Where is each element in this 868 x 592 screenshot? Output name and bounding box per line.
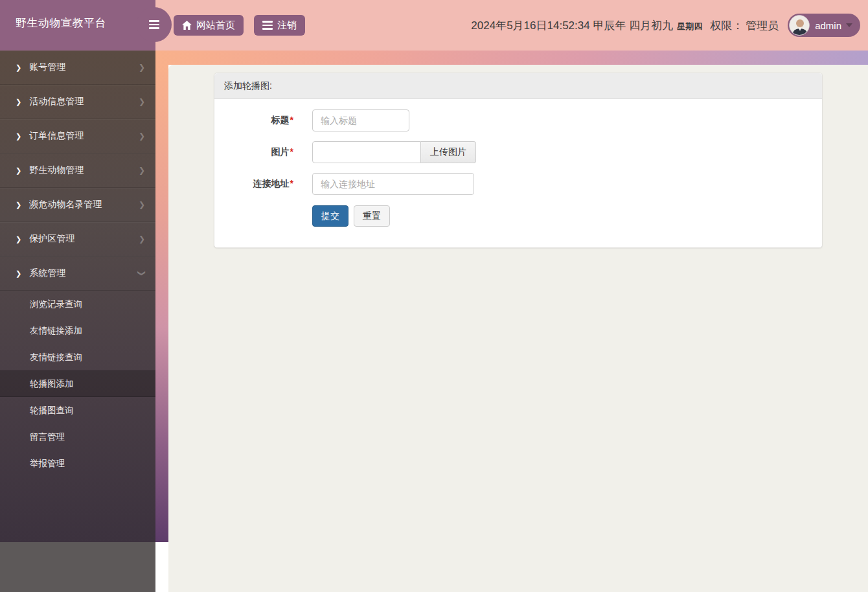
home-button[interactable]: 网站首页	[174, 15, 244, 36]
sidebar-footer-block	[0, 542, 155, 592]
chevron-down-icon: ❯	[137, 270, 146, 277]
chevron-right-icon: ❯	[139, 131, 145, 141]
title-field-row: 标题*	[224, 109, 812, 131]
sidebar-item-wildlife-mgmt[interactable]: ❯ 野生动物管理 ❯	[0, 154, 155, 188]
chevron-right-icon: ❯	[16, 166, 21, 175]
required-asterisk: *	[290, 146, 293, 157]
required-asterisk: *	[290, 115, 293, 125]
user-menu[interactable]: admin	[788, 14, 860, 37]
hamburger-icon	[149, 20, 159, 29]
sidebar-subitem-message-mgmt[interactable]: 留言管理	[0, 424, 155, 450]
required-asterisk: *	[290, 178, 293, 188]
form-actions-row: 提交 重置	[224, 205, 812, 227]
chevron-right-icon: ❯	[139, 63, 145, 72]
sidebar-header: 野生动物宣教平台	[0, 0, 155, 51]
sidebar-subitem-friend-link-query[interactable]: 友情链接查询	[0, 344, 155, 370]
datetime-block: 2024年5月16日14:52:34 甲辰年 四月初九 星期四 权限： 管理员	[471, 18, 779, 33]
chevron-right-icon: ❯	[139, 97, 145, 106]
chevron-right-icon: ❯	[139, 200, 145, 209]
avatar	[789, 15, 810, 36]
sidebar-toggle-button[interactable]	[137, 7, 172, 42]
sidebar-item-system-mgmt[interactable]: ❯ 系统管理 ❯	[0, 256, 155, 291]
upload-image-button[interactable]: 上传图片	[421, 141, 476, 163]
chevron-right-icon: ❯	[16, 132, 21, 141]
weekday-text: 星期四	[677, 21, 702, 32]
chevron-down-icon	[846, 23, 852, 27]
sidebar-item-order-info-mgmt[interactable]: ❯ 订单信息管理 ❯	[0, 119, 155, 154]
link-field-row: 连接地址*	[224, 173, 812, 195]
chevron-right-icon: ❯	[16, 63, 21, 72]
title-input[interactable]	[312, 109, 409, 131]
image-path-input[interactable]	[312, 141, 421, 163]
chevron-right-icon: ❯	[16, 98, 21, 106]
sidebar-subitem-carousel-query[interactable]: 轮播图查询	[0, 397, 155, 424]
sidebar-subitem-carousel-add[interactable]: 轮播图添加	[0, 370, 155, 397]
gradient-strip-left	[155, 65, 168, 542]
reset-button[interactable]: 重置	[354, 205, 390, 227]
image-field-row: 图片* 上传图片	[224, 141, 812, 163]
main-content: 添加轮播图: 标题* 图片* 上传图片 连接地址*	[168, 65, 868, 592]
home-icon	[182, 21, 192, 30]
title-label: 标题*	[224, 115, 293, 126]
image-label: 图片*	[224, 146, 293, 158]
datetime-text: 2024年5月16日14:52:34 甲辰年 四月初九	[471, 18, 673, 33]
chevron-right-icon: ❯	[16, 201, 21, 209]
logout-button-label: 注销	[277, 19, 297, 32]
topbar-right: 2024年5月16日14:52:34 甲辰年 四月初九 星期四 权限： 管理员 …	[471, 14, 860, 37]
chevron-right-icon: ❯	[139, 166, 145, 175]
chevron-right-icon: ❯	[16, 269, 21, 278]
sidebar-item-endangered-list-mgmt[interactable]: ❯ 濒危动物名录管理 ❯	[0, 188, 155, 222]
role-text: 管理员	[746, 18, 779, 33]
sidebar-menu: ❯ 账号管理 ❯ ❯ 活动信息管理 ❯ ❯ 订单信息管理 ❯ ❯ 野生动物管理 …	[0, 51, 155, 542]
sidebar-subitem-report-mgmt[interactable]: 举报管理	[0, 450, 155, 477]
topbar: 网站首页 注销 2024年5月16日14:52:34 甲辰年 四月初九 星期四 …	[155, 0, 868, 51]
app-title: 野生动物宣教平台	[16, 16, 106, 30]
permission-label: 权限：	[710, 18, 743, 33]
add-carousel-panel: 添加轮播图: 标题* 图片* 上传图片 连接地址*	[214, 73, 823, 248]
gradient-band-top	[155, 51, 868, 65]
submit-button[interactable]: 提交	[312, 205, 348, 227]
panel-body: 标题* 图片* 上传图片 连接地址*	[214, 99, 822, 247]
home-button-label: 网站首页	[196, 19, 235, 32]
sidebar-subitem-friend-link-add[interactable]: 友情链接添加	[0, 317, 155, 344]
sidebar-item-account-mgmt[interactable]: ❯ 账号管理 ❯	[0, 51, 155, 85]
sidebar-subitem-browse-history-query[interactable]: 浏览记录查询	[0, 291, 155, 317]
sidebar-item-reserve-mgmt[interactable]: ❯ 保护区管理 ❯	[0, 222, 155, 256]
list-icon	[262, 21, 273, 30]
logout-button[interactable]: 注销	[254, 15, 305, 36]
sidebar-item-activity-info-mgmt[interactable]: ❯ 活动信息管理 ❯	[0, 85, 155, 119]
username-text: admin	[815, 20, 841, 31]
panel-title: 添加轮播图:	[214, 73, 822, 99]
link-address-input[interactable]	[312, 173, 474, 195]
chevron-right-icon: ❯	[139, 234, 145, 244]
chevron-right-icon: ❯	[16, 235, 21, 244]
link-label: 连接地址*	[224, 178, 293, 190]
